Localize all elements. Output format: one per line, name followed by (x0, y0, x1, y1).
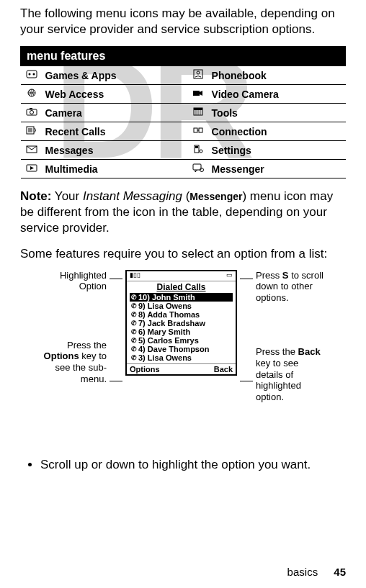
svg-rect-0 (27, 71, 37, 78)
back-key-bold: Back (298, 346, 321, 357)
some-features-text: Some features require you to select an o… (20, 246, 346, 262)
feature-camera: Camera (45, 107, 82, 119)
instant-messaging-text: Instant Messaging (83, 189, 182, 203)
list-item[interactable]: ✆6) Mary Smith (130, 327, 233, 336)
phone-title: Dialed Calls (127, 281, 236, 293)
table-header: menu features (21, 47, 346, 66)
feature-web-access: Web Access (45, 89, 104, 100)
feature-connection: Connection (212, 126, 267, 137)
label-back-key: Press the Back key to see details of hig… (256, 346, 328, 402)
feature-recent-calls: Recent Calls (45, 126, 106, 137)
list-item[interactable]: ✆5) Carlos Emrys (130, 336, 233, 345)
list-item[interactable]: ✆9) Lisa Owens (130, 302, 233, 310)
phone-status-bar: ▮▯▯▭ (127, 271, 236, 281)
intro-text: The following menu icons may be availabl… (20, 6, 346, 37)
feature-messenger: Messenger (212, 163, 264, 175)
page-footer: basics 45 (287, 566, 346, 578)
options-key-bold: Options (44, 350, 79, 361)
svg-rect-24 (195, 146, 198, 148)
call-icon: ✆ (131, 354, 137, 361)
left-softkey[interactable]: Options (130, 365, 160, 374)
feature-tools: Tools (212, 107, 238, 119)
phone-screen: ▮▯▯▭ Dialed Calls ✆10) John Smith ✆9) Li… (125, 270, 237, 376)
camera-icon (25, 107, 38, 117)
tools-icon (192, 107, 205, 117)
video-camera-icon (192, 88, 205, 98)
scroll-pre: Press (256, 270, 282, 281)
item-text: 5) Carlos Emrys (138, 336, 199, 345)
list-item[interactable]: ✆8) Adda Thomas (130, 310, 233, 319)
call-icon: ✆ (131, 294, 137, 301)
call-icon: ✆ (131, 337, 137, 344)
feature-phonebook: Phonebook (212, 70, 267, 81)
note-pre: Your (51, 189, 83, 203)
back-key-post: key to see details of highlighted option… (256, 358, 301, 402)
list-item[interactable]: ✆7) Jack Bradshaw (130, 319, 233, 327)
recent-calls-icon (25, 125, 38, 135)
games-apps-icon (25, 69, 38, 79)
web-access-icon (25, 88, 38, 98)
battery-icon: ▭ (226, 271, 233, 281)
feature-messages: Messages (45, 145, 94, 156)
item-text: 6) Mary Smith (138, 327, 190, 336)
call-icon: ✆ (131, 302, 137, 309)
right-softkey[interactable]: Back (214, 365, 233, 374)
svg-point-8 (30, 111, 33, 114)
label-highlighted-option: Highlighted Option (38, 270, 107, 292)
phone-list: ✆10) John Smith ✆9) Lisa Owens ✆8) Adda … (127, 293, 236, 363)
settings-icon (192, 144, 205, 154)
call-icon: ✆ (131, 311, 137, 318)
signal-icon: ▮▯▯ (130, 271, 140, 281)
svg-point-2 (32, 73, 35, 76)
item-text: 9) Lisa Owens (138, 302, 192, 310)
bullet-item: Scroll up or down to highlight the optio… (40, 457, 346, 473)
svg-rect-9 (30, 108, 32, 109)
list-item[interactable]: ✆3) Lisa Owens (130, 353, 233, 362)
note-paragraph: Note: Your Instant Messaging (Messenger)… (20, 189, 346, 236)
item-text: 10) John Smith (138, 293, 195, 302)
svg-rect-20 (199, 128, 202, 132)
label-options-key: Press the Options key to see the sub-men… (38, 340, 107, 384)
call-icon: ✆ (131, 328, 137, 335)
svg-point-25 (200, 150, 202, 153)
phone-diagram: Highlighted Option Press the Options key… (20, 270, 346, 446)
feature-settings: Settings (212, 145, 251, 156)
messages-icon (25, 144, 38, 154)
phonebook-icon (192, 69, 205, 79)
item-text: 8) Adda Thomas (138, 310, 200, 319)
svg-point-1 (28, 73, 30, 76)
back-key-pre: Press the (256, 346, 298, 357)
multimedia-icon (25, 163, 38, 173)
connection-icon (192, 125, 205, 135)
item-text: 3) Lisa Owens (138, 353, 192, 362)
page-number: 45 (334, 566, 346, 578)
feature-video-camera: Video Camera (212, 89, 279, 100)
svg-rect-11 (194, 108, 202, 110)
menu-features-table: menu features Games & Apps Phonebook Web… (20, 46, 346, 178)
scroll-sym: S (282, 270, 289, 281)
call-icon: ✆ (131, 320, 137, 327)
bullet-list: Scroll up or down to highlight the optio… (40, 457, 346, 473)
section-name: basics (287, 566, 318, 578)
call-icon: ✆ (131, 345, 137, 353)
item-text: 7) Jack Bradshaw (138, 319, 205, 327)
feature-multimedia: Multimedia (45, 163, 98, 175)
messenger-text: Messenger (189, 191, 242, 202)
feature-games-apps: Games & Apps (45, 70, 117, 81)
note-mid1: ( (182, 189, 189, 203)
svg-rect-6 (193, 91, 200, 96)
list-item[interactable]: ✆4) Dave Thompson (130, 345, 233, 353)
svg-rect-19 (194, 128, 197, 132)
messenger-icon (192, 163, 205, 173)
list-item[interactable]: ✆10) John Smith (130, 293, 233, 302)
svg-point-4 (197, 71, 200, 74)
options-key-pre: Press the (67, 340, 107, 350)
note-word: Note: (20, 189, 51, 203)
label-scroll: Press S to scroll down to other options. (256, 270, 328, 304)
item-text: 4) Dave Thompson (138, 345, 209, 353)
